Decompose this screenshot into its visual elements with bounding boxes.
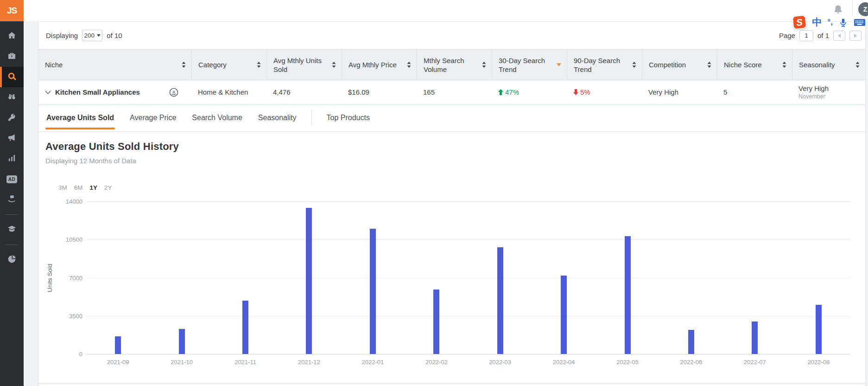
sidebar-item-supplier[interactable] (0, 189, 24, 210)
column-header-niche[interactable]: Niche (38, 50, 191, 80)
column-header-avg-mthly-units-sold[interactable]: Avg Mthly Units Sold (266, 50, 342, 80)
bar-2021-09[interactable] (115, 336, 121, 354)
home-icon (7, 31, 17, 42)
row-detail-panel: Average Units Sold Average Price Search … (38, 104, 865, 383)
graduation-cap-icon (7, 224, 17, 236)
notifications-bell-icon[interactable] (832, 4, 844, 16)
y-tick-label: 0 (79, 351, 82, 358)
bar-2022-04[interactable] (561, 276, 567, 354)
column-header-avg-mthly-price[interactable]: Avg Mthly Price (342, 50, 417, 80)
column-header-90-day-search-trend[interactable]: 90-Day Search Trend (567, 50, 642, 80)
page-number-input[interactable] (799, 30, 813, 41)
tab-search-volume[interactable]: Search Volume (191, 105, 243, 130)
page-size-value: 200 (84, 32, 95, 39)
table-row[interactable]: Kitchen Small Appliances a Home & Kitche… (38, 80, 865, 104)
bar-2021-12[interactable] (306, 208, 312, 354)
sort-desc-active-icon (557, 63, 561, 66)
x-tick-label: 2022-08 (807, 359, 830, 366)
ime-punctuation-icon[interactable]: °, (827, 18, 833, 27)
sidebar-item-toolbox[interactable] (0, 46, 24, 67)
tab-average-units-sold[interactable]: Average Units Sold (45, 105, 115, 130)
bar-2022-06[interactable] (688, 330, 694, 354)
sidebar-item-academy[interactable] (0, 219, 24, 240)
seasonality-value: Very High (798, 84, 829, 92)
keyboard-icon[interactable] (854, 18, 866, 27)
gridline (86, 354, 850, 354)
cell-seasonality: Very High November (792, 80, 865, 104)
sidebar-item-marketing[interactable] (0, 128, 24, 148)
sidebar-item-home[interactable] (0, 26, 24, 46)
ime-language-icon[interactable]: 中 (812, 16, 822, 29)
chart-yaxis-labels: 0350070001050014000 (38, 201, 82, 354)
main-panel: Displaying 200 of 10 Page of 1 Niche Ca (38, 21, 866, 382)
displaying-label: Displaying (46, 32, 78, 39)
sidebar-item-reports[interactable] (0, 250, 24, 270)
arrow-left-icon (837, 33, 841, 38)
top-bar (24, 0, 868, 21)
bar-2021-10[interactable] (179, 329, 185, 354)
y-tick-label: 14000 (66, 198, 82, 205)
sidebar-divider (6, 214, 18, 215)
bar-2022-01[interactable] (370, 229, 376, 354)
column-header-mthly-search-volume[interactable]: Mthly Search Volume (417, 50, 492, 80)
x-tick-label: 2021-10 (171, 359, 193, 366)
bar-2022-03[interactable] (497, 247, 503, 354)
bar-chart-icon (7, 153, 17, 165)
cell-mthly-search-volume: 165 (417, 80, 492, 104)
bar-2022-07[interactable] (752, 322, 758, 354)
ime-toolbar: S 中 °, (792, 15, 866, 29)
chart-title: Average Units Sold History (45, 141, 179, 153)
sort-icon (407, 62, 411, 68)
column-label: Avg Mthly Units Sold (273, 56, 329, 74)
table-controls: Displaying 200 of 10 Page of 1 (38, 22, 865, 49)
column-label: Category (198, 60, 227, 69)
key-icon (7, 112, 17, 124)
sort-icon (855, 62, 860, 68)
seasonality-month: November (798, 93, 825, 100)
sogou-logo-icon[interactable]: S (792, 15, 807, 30)
next-page-button[interactable] (849, 31, 862, 41)
cell-category: Home & Kitchen (191, 80, 266, 104)
bar-2022-02[interactable] (433, 290, 439, 354)
sidebar-item-keyword[interactable] (0, 108, 24, 128)
previous-page-button[interactable] (833, 31, 845, 41)
search-icon (6, 71, 17, 84)
megaphone-icon (7, 133, 17, 144)
bar-2022-05[interactable] (625, 236, 631, 354)
page-size-select[interactable]: 200 (82, 30, 102, 41)
sidebar-item-advertising[interactable]: AD (0, 169, 24, 189)
column-header-category[interactable]: Category (191, 50, 266, 80)
x-tick-label: 2022-04 (553, 359, 575, 366)
column-header-competition[interactable]: Competition (642, 50, 717, 80)
range-3m-button[interactable]: 3M (58, 184, 67, 191)
column-label: 30-Day Search Trend (499, 56, 554, 74)
range-6m-button[interactable]: 6M (74, 184, 83, 191)
x-tick-label: 2022-01 (362, 359, 384, 366)
column-header-seasonality[interactable]: Seasonality (792, 50, 865, 80)
tab-top-products[interactable]: Top Products (326, 105, 371, 130)
bar-2021-11[interactable] (242, 301, 248, 354)
sort-icon (632, 62, 636, 68)
range-1y-button[interactable]: 1Y (90, 184, 98, 191)
sidebar-item-analytics[interactable] (0, 148, 24, 169)
chart-range-buttons: 3M 6M 1Y 2Y (58, 184, 112, 191)
range-2y-button[interactable]: 2Y (104, 184, 112, 191)
tab-average-price[interactable]: Average Price (129, 105, 177, 130)
sidebar: JS AD (0, 0, 24, 386)
x-tick-label: 2021-09 (107, 359, 129, 366)
x-tick-label: 2021-11 (234, 359, 256, 366)
cell-30-day-trend: 47% (492, 80, 567, 104)
column-header-30-day-search-trend[interactable]: 30-Day Search Trend (492, 50, 567, 80)
bar-2022-08[interactable] (816, 305, 822, 354)
sidebar-item-opportunity-finder[interactable] (0, 67, 24, 87)
cell-competition: Very High (642, 80, 717, 104)
microphone-icon[interactable] (838, 17, 848, 28)
column-header-niche-score[interactable]: Niche Score (717, 50, 792, 80)
trend-down-arrow-icon (573, 89, 578, 95)
sidebar-item-product-database[interactable] (0, 87, 24, 108)
row-expand-chevron-icon[interactable] (45, 88, 51, 96)
app-logo[interactable]: JS (0, 0, 24, 21)
tab-seasonality[interactable]: Seasonality (257, 105, 298, 130)
chart-plot (86, 201, 850, 354)
chevron-down-icon (97, 34, 101, 37)
